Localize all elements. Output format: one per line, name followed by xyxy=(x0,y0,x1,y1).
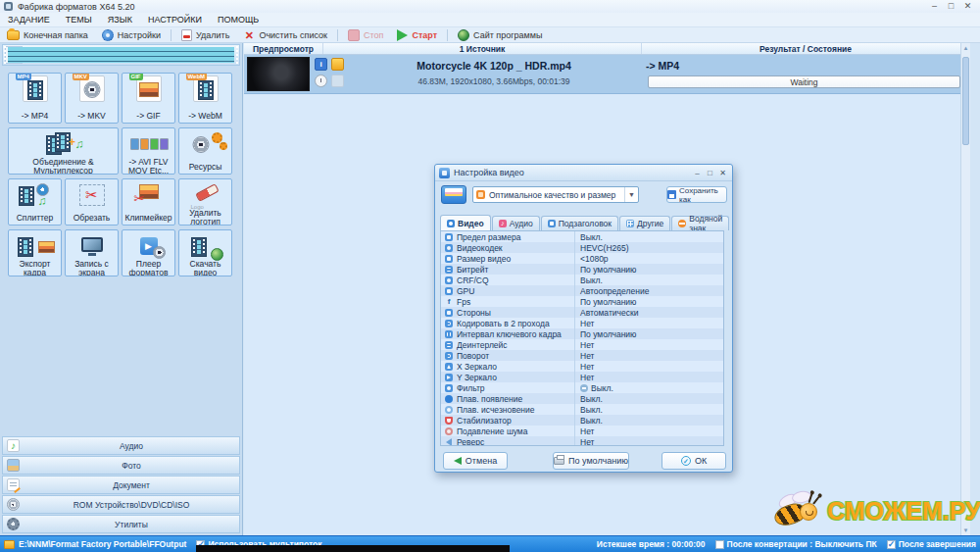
sidebar-section-audio[interactable]: ♪ Аудио xyxy=(2,436,240,455)
setting-row-crf[interactable]: CRF/CQ Выкл. xyxy=(441,275,723,285)
file-option-button[interactable] xyxy=(331,75,344,87)
setting-row-fade-out[interactable]: Плав. исчезновение Выкл. xyxy=(441,404,723,415)
file-row[interactable]: i Motorcycle 4K 120p _ HDR.mp4 46.83M, 1… xyxy=(244,55,970,94)
setting-row-filter[interactable]: Фильтр Выкл. xyxy=(441,382,723,393)
tile-download-video[interactable]: Скачать видео xyxy=(178,229,232,276)
two-pass-icon xyxy=(445,320,453,327)
scroll-down-arrow[interactable]: ▼ xyxy=(961,526,970,535)
setting-row-aspect[interactable]: Стороны Автоматически xyxy=(441,307,723,318)
setting-row-stabilizer[interactable]: Стабилизатор Выкл. xyxy=(441,415,723,426)
video-tab-icon xyxy=(447,220,455,227)
preset-dropdown[interactable]: Оптимальное качество и размер ▼ xyxy=(472,186,639,203)
setting-row-deinterlace[interactable]: Деинтерлейс Нет xyxy=(441,339,723,350)
output-folder-button[interactable]: Конечная папка xyxy=(0,27,95,42)
setting-row-fade-in[interactable]: Плав. появление Выкл. xyxy=(441,393,723,404)
clear-list-button[interactable]: ✕ Очистить список xyxy=(236,27,334,42)
after-finish-checkbox[interactable] xyxy=(887,540,896,549)
elapsed-time: Истекшее время : 00:00:00 xyxy=(597,539,706,549)
tab-other[interactable]: Другие xyxy=(619,216,670,230)
minimize-button[interactable]: – xyxy=(926,0,943,13)
tile-splitter[interactable]: ♫ Сплиттер xyxy=(8,178,62,226)
tile-export-frame[interactable]: Экспорт кадра xyxy=(8,229,62,276)
tile-merge-mux[interactable]: +♫ Объединение & Мультиплексор xyxy=(8,127,119,175)
shutdown-checkbox[interactable] xyxy=(715,540,724,549)
cancel-button[interactable]: Отмена xyxy=(443,452,508,470)
tile-screen-record[interactable]: Запись с экрана xyxy=(65,229,119,276)
setting-row-fps[interactable]: Fps По умолчанию xyxy=(441,296,723,307)
sidebar-section-video[interactable]: Видео xyxy=(2,44,240,66)
stop-label: Стоп xyxy=(364,30,383,40)
sidebar-section-utilities[interactable]: Утилиты xyxy=(2,515,240,533)
tab-watermark[interactable]: Водяной знак xyxy=(671,216,729,230)
tile-crop[interactable]: ✂ Обрезать xyxy=(65,178,119,226)
sidebar-section-photo[interactable]: Фото xyxy=(2,456,240,475)
open-folder-button[interactable] xyxy=(331,58,344,71)
rotate-icon xyxy=(445,352,453,360)
menu-help[interactable]: ПОМОЩЬ xyxy=(210,15,267,25)
scissors-icon: ✂ xyxy=(70,183,115,209)
preset-badge-icon xyxy=(476,190,485,199)
setting-row-gpu[interactable]: GPU Автоопределение xyxy=(441,285,723,296)
setting-row-keyframe[interactable]: Интервал ключевого кадра По умолчанию xyxy=(441,328,723,339)
setting-row-codec[interactable]: Видеокодек HEVC(H265) xyxy=(441,242,723,253)
dialog-minimize-button[interactable]: – xyxy=(691,169,704,177)
default-button[interactable]: По умолчанию xyxy=(553,452,629,470)
tile-format-player[interactable]: ▶ Плеер форматов xyxy=(122,229,175,276)
tile-resources[interactable]: Ресурсы xyxy=(178,127,232,175)
menu-task[interactable]: ЗАДАНИЕ xyxy=(0,15,58,25)
setting-row-two-pass[interactable]: Кодировать в 2 прохода Нет xyxy=(441,318,723,328)
save-as-button[interactable]: Сохранить как xyxy=(666,186,727,203)
tile-to-avi-flv-mov[interactable]: -> AVI FLV MOV Etc... xyxy=(122,127,175,175)
output-path-folder-icon[interactable] xyxy=(4,540,15,549)
maximize-button[interactable]: □ xyxy=(943,0,959,13)
media-info-button[interactable]: i xyxy=(315,58,327,71)
setting-row-video-size[interactable]: Размер видео <1080p xyxy=(441,253,723,264)
scrollbar-thumb[interactable] xyxy=(962,57,969,145)
sidebar-section-document[interactable]: Документ xyxy=(2,476,240,494)
dialog-close-button[interactable]: ✕ xyxy=(716,169,729,177)
tile-remove-logo[interactable]: Logo Удалить логотип xyxy=(178,178,232,226)
menu-settings[interactable]: НАСТРОЙКИ xyxy=(140,15,210,25)
tile-clipmaker[interactable]: ✂ Клипмейкер xyxy=(122,178,175,226)
stop-button[interactable]: Стоп xyxy=(341,27,390,42)
settings-button[interactable]: Настройки xyxy=(95,27,168,42)
reverse-icon xyxy=(445,438,453,446)
tile-to-mkv[interactable]: MKV -> MKV xyxy=(65,73,119,124)
close-button[interactable]: ✕ xyxy=(959,0,976,13)
setting-row-size-limit[interactable]: Предел размера Выкл. xyxy=(441,231,723,242)
start-button[interactable]: Старт xyxy=(390,27,444,42)
settings-table: Предел размера Выкл. Видеокодек HEVC(H26… xyxy=(440,230,724,446)
tile-to-webm[interactable]: WebM -> WebM xyxy=(178,73,232,124)
website-button[interactable]: Сайт программы xyxy=(451,27,549,42)
setting-row-mirror-x[interactable]: X Зеркало Нет xyxy=(441,361,723,372)
setting-row-mirror-y[interactable]: Y Зеркало Нет xyxy=(441,372,723,382)
webm-badge: WebM xyxy=(186,73,208,80)
setting-row-rotate[interactable]: Поворот Нет xyxy=(441,350,723,361)
fps-icon xyxy=(445,298,453,306)
sidebar-section-rom[interactable]: ROM Устройство\DVD\CD\ISO xyxy=(2,495,240,514)
tab-video[interactable]: Видео xyxy=(440,215,491,230)
tile-to-gif[interactable]: GIF -> GIF xyxy=(122,73,175,124)
website-label: Сайт программы xyxy=(473,30,542,40)
setting-row-bitrate[interactable]: Битрейт По умолчанию xyxy=(441,264,723,275)
video-thumbnail[interactable] xyxy=(247,57,310,91)
file-list-header: Предпросмотр 1 Источник Результат / Сост… xyxy=(244,43,970,55)
tab-subtitle[interactable]: Подзаголовок xyxy=(541,216,618,230)
delete-button[interactable]: Удалить xyxy=(174,27,236,42)
file-list-scrollbar[interactable]: ▲ ▼ xyxy=(960,43,970,535)
setting-row-reverse[interactable]: Реверс Нет xyxy=(441,436,723,446)
tile-to-mp4[interactable]: MP4 -> MP4 xyxy=(8,73,62,124)
output-path[interactable]: E:\NNM\Format Factory Portable\FFOutput xyxy=(19,539,186,549)
tab-audio[interactable]: ♪ Аудио xyxy=(492,216,540,230)
scroll-up-arrow[interactable]: ▲ xyxy=(961,43,970,53)
menu-themes[interactable]: ТЕМЫ xyxy=(58,15,100,25)
menu-language[interactable]: ЯЗЫК xyxy=(100,15,140,25)
mkv-disc-icon: MKV xyxy=(70,77,115,103)
dialog-maximize-button[interactable]: □ xyxy=(704,169,716,177)
crf-icon xyxy=(445,276,453,284)
schedule-button[interactable] xyxy=(315,75,327,87)
eraser-icon: Logo xyxy=(183,183,228,209)
setting-row-denoise[interactable]: Подавление шума Нет xyxy=(441,426,723,436)
ok-button[interactable]: ✓ ОК xyxy=(662,452,726,470)
check-circle-icon: ✓ xyxy=(681,456,691,466)
